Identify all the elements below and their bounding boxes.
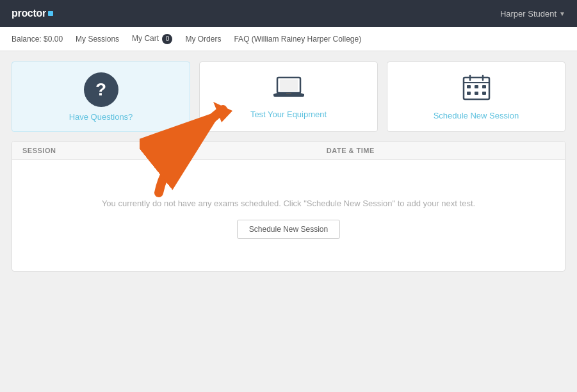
balance-label: Balance: $0.00 <box>12 35 63 44</box>
svg-rect-10 <box>482 92 486 95</box>
sessions-container: SESSION DATE & TIME You currently do not… <box>12 141 565 272</box>
col-session: SESSION <box>22 147 327 154</box>
my-cart-link[interactable]: My Cart 0 <box>132 34 172 44</box>
svg-rect-5 <box>467 85 471 88</box>
svg-rect-1 <box>280 79 298 91</box>
my-sessions-link[interactable]: My Sessions <box>76 35 119 44</box>
sessions-empty: You currently do not have any exams sche… <box>12 160 565 271</box>
sessions-table-header: SESSION DATE & TIME <box>12 142 565 160</box>
svg-rect-9 <box>475 92 478 95</box>
logo-text: proctor <box>12 8 46 19</box>
content-wrapper: ? Have Questions? Test Your Equipment <box>12 61 565 272</box>
laptop-icon <box>272 75 305 104</box>
top-navigation: proctor Harper Student ▼ <box>0 0 577 27</box>
svg-rect-7 <box>482 85 486 88</box>
logo-icon <box>48 11 53 16</box>
sessions-empty-text: You currently do not have any exams sche… <box>102 199 475 208</box>
cards-row: ? Have Questions? Test Your Equipment <box>12 61 565 132</box>
test-equipment-card[interactable]: Test Your Equipment <box>199 61 378 132</box>
calendar-icon <box>462 74 491 106</box>
faq-link[interactable]: FAQ (William Rainey Harper College) <box>234 35 361 44</box>
question-icon: ? <box>84 72 118 107</box>
logo: proctor <box>12 8 53 19</box>
svg-rect-6 <box>475 85 478 88</box>
cart-badge: 0 <box>162 34 172 44</box>
test-equipment-label: Test Your Equipment <box>250 110 327 119</box>
schedule-new-session-card[interactable]: Schedule New Session <box>387 61 565 132</box>
my-orders-link[interactable]: My Orders <box>185 35 221 44</box>
user-menu[interactable]: Harper Student ▼ <box>500 9 565 19</box>
have-questions-card[interactable]: ? Have Questions? <box>12 61 190 132</box>
svg-rect-8 <box>467 92 471 95</box>
chevron-down-icon: ▼ <box>559 10 565 17</box>
schedule-new-session-label: Schedule New Session <box>434 111 519 120</box>
user-name: Harper Student <box>500 9 557 19</box>
col-datetime: DATE & TIME <box>327 147 478 154</box>
main-content: ? Have Questions? Test Your Equipment <box>0 51 577 392</box>
col-action <box>478 147 555 154</box>
schedule-new-session-button[interactable]: Schedule New Session <box>237 220 340 239</box>
have-questions-label: Have Questions? <box>69 112 133 122</box>
sub-navigation: Balance: $0.00 My Sessions My Cart 0 My … <box>0 27 577 51</box>
